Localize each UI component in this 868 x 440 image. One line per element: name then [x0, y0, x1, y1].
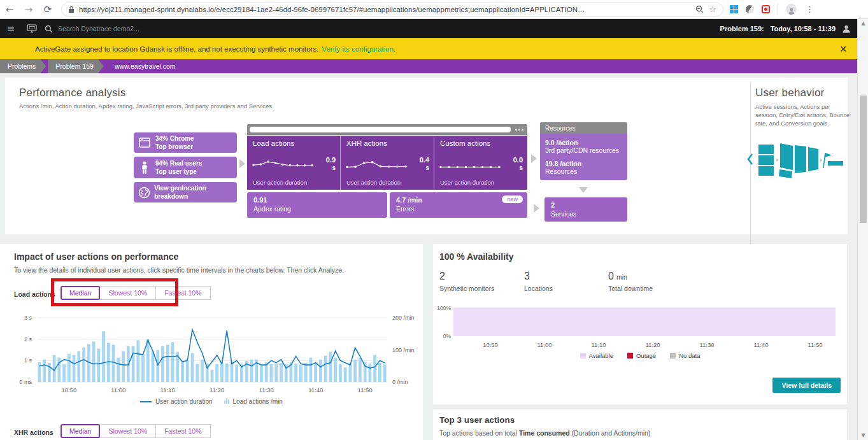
breadcrumb-problem-159[interactable]: Problem 159: [48, 59, 104, 73]
search-icon[interactable]: [45, 25, 53, 33]
svg-text:11:30: 11:30: [259, 387, 274, 394]
resources-box[interactable]: 9.0 /action 3rd party/CDN resources 19.8…: [540, 134, 627, 180]
flow-arrow-right-3: [534, 204, 539, 213]
zoom-out-icon[interactable]: [695, 5, 704, 13]
browser-back-icon[interactable]: ←: [0, 4, 19, 15]
median-button[interactable]: Median: [60, 286, 100, 300]
windows-extension-icon[interactable]: [730, 5, 738, 13]
bookmark-star-icon[interactable]: ☆: [709, 4, 716, 14]
browser-reload-icon[interactable]: ⟳: [38, 4, 57, 15]
xhr-actions-mini-value: 0.4: [420, 156, 429, 164]
errors-box[interactable]: 4.7 /min Errors new: [390, 192, 527, 218]
available-legend-label: Available: [589, 352, 613, 359]
view-full-details-button[interactable]: View full details: [772, 378, 841, 393]
browser-forward-icon[interactable]: →: [19, 4, 38, 15]
svg-text:11:20: 11:20: [645, 341, 660, 348]
browser-window-icon: [134, 138, 155, 148]
svg-text:200 /min: 200 /min: [392, 315, 415, 321]
synthetic-monitors-value: 2: [439, 271, 445, 281]
top-user-actions-panel: Top 3 user actions Top actions based on …: [433, 409, 847, 440]
xhr-slowest-10-button[interactable]: Slowest 10%: [99, 424, 156, 438]
monitor-icon[interactable]: [27, 24, 37, 33]
load-actions-mini-title: Load actions: [253, 139, 294, 147]
apdex-rating-box[interactable]: 0.91 Apdex rating: [247, 192, 387, 218]
top-browser-tile[interactable]: 34% ChromeTop browser: [134, 132, 237, 153]
problem-badge[interactable]: Problem 159:: [720, 25, 764, 32]
availability-legend: Available Outage No data: [433, 352, 847, 359]
menu-hamburger-icon[interactable]: ≡: [0, 23, 22, 34]
page-scrollbar[interactable]: ▲ ▼: [857, 19, 868, 440]
breadcrumb-problems[interactable]: Problems: [0, 59, 46, 73]
xhr-actions-mini-panel[interactable]: XHR actions 0.4s User action duration: [341, 136, 434, 190]
downtime-unit: min: [616, 274, 627, 281]
apdex-value: 0.91: [253, 196, 381, 204]
available-legend-swatch: [580, 353, 586, 358]
banner-message: ActiveGate assigned to location Gdansk i…: [35, 45, 318, 53]
screen-capture-extension-icon[interactable]: [762, 5, 770, 13]
url-bar[interactable]: https://yoj211.managed-sprint.dynalabs.i…: [61, 3, 723, 17]
user-behavior-subtitle: Active sessions, Actions per session, En…: [755, 103, 852, 127]
scrollbar-up-icon[interactable]: ▲: [858, 19, 868, 28]
svg-text:2 s: 2 s: [24, 336, 32, 343]
new-badge: new: [502, 195, 523, 203]
browser-profile-avatar[interactable]: [786, 4, 797, 15]
performance-analysis-panel: Performance analysis Actions /min, Actio…: [5, 78, 848, 234]
extensions-area: ⋮: [730, 4, 819, 15]
svg-text:11:00: 11:00: [537, 341, 551, 348]
legend-load-actions: Load actions /min: [233, 398, 283, 405]
xhr-actions-mini-title: XHR actions: [346, 139, 387, 147]
top-user-type-label: Top user type: [155, 168, 197, 175]
svg-text:11:10: 11:10: [160, 387, 175, 394]
flow-arrow-right-1: [239, 159, 245, 168]
xhr-actions-row-label: XHR actions: [14, 429, 53, 436]
svg-text:0 ms: 0 ms: [19, 379, 32, 385]
top-actions-subtitle: Top actions based on total Time consumed…: [439, 429, 650, 437]
scrollbar-down-icon[interactable]: ▼: [858, 431, 868, 440]
browser-menu-icon[interactable]: ⋮: [806, 4, 814, 14]
search-input[interactable]: [58, 25, 198, 32]
chevron-left-icon: [748, 154, 752, 164]
custom-actions-mini-panel[interactable]: Custom actions 0.0s User action duration: [434, 136, 527, 190]
dark-mode-extension-icon[interactable]: [744, 4, 756, 15]
load-actions-mini-value: 0.9: [326, 156, 336, 164]
lock-icon: [68, 6, 75, 13]
apdex-label: Apdex rating: [253, 205, 381, 213]
svg-text:11:00: 11:00: [111, 387, 125, 394]
services-box[interactable]: 2 Services: [544, 197, 627, 222]
top-browser-label: Top browser: [155, 143, 193, 150]
availability-chart[interactable]: 100%0%10:5011:0011:1011:2011:3011:4011:5…: [433, 304, 847, 349]
xhr-fastest-10-button[interactable]: Fastest 10%: [155, 424, 210, 438]
user-icon[interactable]: [842, 24, 851, 33]
problem-timeframe[interactable]: Today, 10:58 - 11:39: [771, 25, 836, 32]
no-data-legend-label: No data: [679, 352, 700, 359]
custom-actions-mini-title: Custom actions: [440, 139, 490, 147]
xhr-actions-filter-group: Median Slowest 10% Fastest 10%: [61, 424, 211, 438]
load-actions-mini-panel[interactable]: Load actions 0.9s User action duration: [247, 136, 341, 190]
svg-text:11:40: 11:40: [753, 341, 768, 348]
bars-legend-swatch: [224, 398, 229, 404]
xhr-median-button[interactable]: Median: [60, 424, 100, 438]
fastest-10-button[interactable]: Fastest 10%: [155, 286, 210, 300]
load-chart-legend: User action duration Load actions /min: [0, 398, 423, 405]
breadcrumb-current-page: www.easytravel.com: [106, 59, 176, 73]
services-label: Services: [551, 210, 621, 218]
performance-title: Performance analysis: [19, 87, 274, 99]
top-user-type-value: 94% Real users: [155, 160, 202, 167]
resources-label: Resources: [545, 167, 622, 175]
load-actions-chart[interactable]: 3 s2 s1 s0 ms200 /min100 /min0 /min10:50…: [0, 310, 423, 396]
performance-subtitle: Actions /min, Action duration, Apdex rat…: [19, 103, 274, 110]
goal-flag-icon: [823, 153, 825, 168]
svg-text:0%: 0%: [443, 333, 452, 339]
downtime-value: 0: [608, 271, 614, 281]
person-icon: [134, 161, 155, 174]
user-behavior-funnel-thumbnail[interactable]: [746, 141, 845, 181]
geolocation-label: View geolocation breakdown: [154, 184, 237, 201]
geolocation-tile[interactable]: View geolocation breakdown: [134, 182, 237, 202]
banner-close-icon[interactable]: ✕: [839, 44, 847, 54]
slowest-10-button[interactable]: Slowest 10%: [99, 286, 156, 300]
services-value: 2: [551, 201, 621, 209]
top-user-type-tile[interactable]: 94% Real usersTop user type: [134, 157, 237, 178]
banner-verify-link[interactable]: Verify its configuration.: [322, 45, 395, 53]
scrollbar-thumb[interactable]: [860, 96, 867, 223]
svg-text:100 /min: 100 /min: [392, 347, 415, 353]
